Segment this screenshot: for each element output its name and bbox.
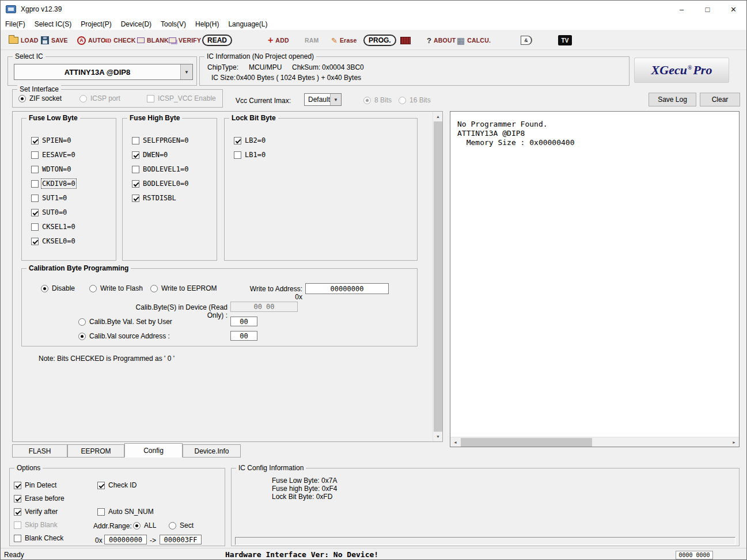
calib-disable-radio[interactable]: Disable [41,284,75,292]
tv-button[interactable]: TV [558,31,572,50]
fuse-bodlevel1-checkbox[interactable]: BODLEVEL1=0 [132,165,188,173]
menu-item-language[interactable]: Language(L) [223,18,272,31]
addr-from-input[interactable] [104,535,147,544]
write-addr-input[interactable] [305,283,389,294]
log-panel: No Programmer Found. ATTINY13A @DIP8 Mem… [450,111,740,447]
calcu-button[interactable]: ▦CALCU. [457,31,491,50]
pin-detect-checkbox[interactable]: Pin Detect [14,481,56,489]
radio-dot [363,97,371,104]
save-log-button[interactable]: Save Log [649,93,696,106]
blank-check-checkbox[interactable]: Blank Check [14,534,63,542]
hardware-interface-status: Hardware Interface Ver: No Device! [225,550,378,559]
auto-glyph: A [79,37,84,43]
fuse-selfprgen-label: SELFPRGEN=0 [143,136,188,144]
ic-info-group: IC Information (No Project opened) ChipT… [199,56,630,86]
fuse-selfprgen-checkbox[interactable]: SELFPRGEN=0 [132,136,188,144]
fuse-ckdiv8-checkbox[interactable]: CKDIV8=0 [31,180,75,188]
fuse-sut1-checkbox[interactable]: SUT1=0 [31,194,67,202]
addr-to-input[interactable] [160,535,202,544]
maximize-button[interactable]: □ [695,1,721,18]
tab-eeprom[interactable]: EEPROM [67,444,124,458]
erase-before-checkbox[interactable]: Erase before [14,494,65,502]
add-button[interactable]: +ADD [268,31,289,50]
scroll-up-button[interactable]: ▲ [433,112,443,121]
check-button[interactable]: 4DCHECK [104,31,136,50]
load-button[interactable]: LOAD [9,31,39,50]
menu-item-tools[interactable]: Tools(V) [156,18,191,31]
menu-item-device[interactable]: Device(D) [116,18,156,31]
scroll-up-icon: ▲ [436,115,440,119]
addr-range-all-radio[interactable]: ALL [133,521,156,529]
lock-lb1-checkbox[interactable]: LB1=0 [234,151,266,159]
verify-button[interactable]: VERIFY [169,31,201,50]
blank-button[interactable]: BLANK [137,31,169,50]
zif-socket-radio[interactable]: ZIF socket [18,94,62,102]
checkbox-box [31,209,39,216]
calibration-title: Calibration Byte Programming [26,264,131,273]
calib-write-eeprom-label: Write to EEPROM [161,284,217,292]
menu-item-select-ic[interactable]: Select IC(S) [30,18,77,31]
menu-item-project[interactable]: Project(P) [76,18,116,31]
chip-test-button[interactable] [400,31,411,50]
lock-lb2-checkbox[interactable]: LB2=0 [234,136,266,144]
erase-button[interactable]: ✎Erase [331,31,357,50]
ic-combobox[interactable]: ATTINY13A @DIP8 ▼ [14,64,193,80]
prog-oval: PROG. [363,35,396,46]
tab-config-label: Config [143,447,164,455]
logic-test-button[interactable]: & [521,31,532,50]
check-id-checkbox[interactable]: Check ID [97,481,136,489]
minimize-button[interactable]: – [669,1,695,18]
about-button[interactable]: ?ABOUT [427,31,456,50]
chevron-down-icon[interactable]: ▼ [330,94,341,105]
fuse-cksel1-checkbox[interactable]: CKSEL1=0 [31,223,75,231]
fuse-dwen-checkbox[interactable]: DWEN=0 [132,151,168,159]
tab-flash-label: FLASH [29,447,51,455]
ic-combobox-dropdown-button[interactable]: ▼ [180,64,192,79]
addr-range-sect-radio[interactable]: Sect [169,521,194,529]
fuse-cksel0-checkbox[interactable]: CKSEL0=0 [31,237,75,245]
lock-lb2-label: LB2=0 [245,136,266,144]
calib-write-eeprom-radio[interactable]: Write to EEPROM [150,284,217,292]
scroll-down-button[interactable]: ▼ [433,432,443,441]
calib-user-val-input[interactable] [230,317,257,326]
fuse-bodlevel0-checkbox[interactable]: BODLEVEL0=0 [132,180,188,188]
checkbox-box [31,238,39,245]
menu-item-help[interactable]: Help(H) [191,18,223,31]
save-button[interactable]: SAVE [41,31,68,50]
auto-sn-checkbox[interactable]: Auto SN_NUM [97,508,154,516]
calib-source-addr-input[interactable] [230,331,257,341]
ic-config-group-label: IC Config Information [236,464,306,473]
fuse-wdton-checkbox[interactable]: WDTON=0 [31,165,71,173]
scroll-thumb[interactable] [434,121,442,432]
tab-config[interactable]: Config [124,443,183,458]
vcc-current-select[interactable]: Default ▼ [304,93,342,106]
vcc-current-value: Default [305,94,330,105]
close-button[interactable]: ✕ [721,1,746,18]
calib-write-flash-radio[interactable]: Write to Flash [89,284,143,292]
load-label: LOAD [21,37,39,44]
device-bytes-input [230,302,298,312]
verify-after-checkbox[interactable]: Verify after [14,508,58,516]
read-button[interactable]: READ [202,31,232,50]
clear-button[interactable]: Clear [700,93,740,106]
fuse-sut0-checkbox[interactable]: SUT0=0 [31,208,67,216]
tab-flash[interactable]: FLASH [12,444,67,458]
fuse-rstdisbl-checkbox[interactable]: RSTDISBL [132,194,176,202]
vertical-scrollbar[interactable]: ▲ ▼ [433,112,442,441]
checkbox-box [132,180,139,188]
fuse-spien-checkbox[interactable]: SPIEN=0 [31,136,71,144]
prog-button[interactable]: PROG. [363,31,396,50]
tab-device-info[interactable]: Device.Info [183,444,241,458]
fuse-eesave-label: EESAVE=0 [42,151,75,159]
radio-dot [18,95,26,102]
auto-button[interactable]: AAUTO [77,31,105,50]
blank-chip-icon [137,37,145,43]
calib-write-flash-label: Write to Flash [100,284,143,292]
calib-source-addr-radio[interactable]: Calib.Val source Address : [78,332,170,340]
checkbox-box [234,137,241,144]
fuse-eesave-checkbox[interactable]: EESAVE=0 [31,151,75,159]
calib-user-val-radio[interactable]: Calib.Byte Val. Set by User [78,318,172,326]
menu-item-file[interactable]: File(F) [1,18,30,31]
icsp-vcc-label: ICSP_VCC Enable [158,94,216,102]
pin-detect-label: Pin Detect [25,481,56,489]
